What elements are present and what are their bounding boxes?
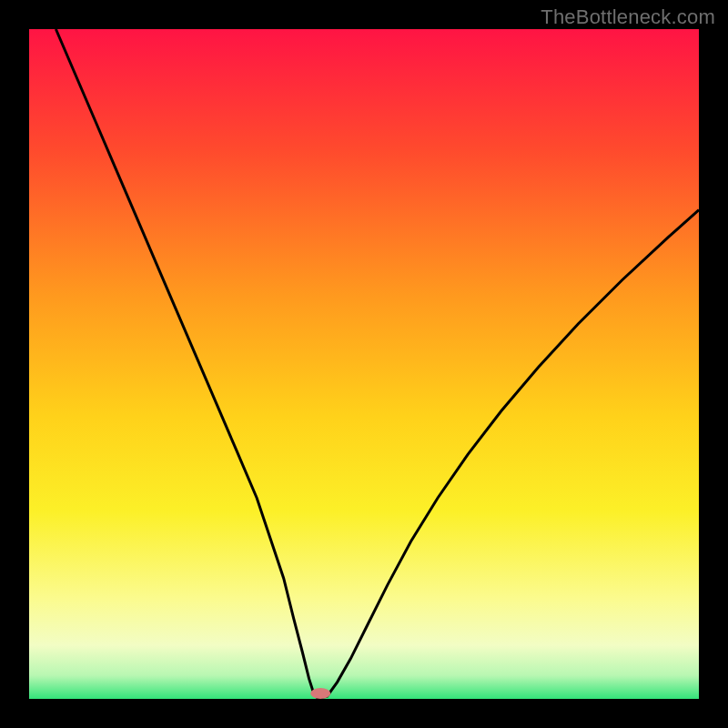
bottleneck-chart [0,0,728,728]
min-marker [310,688,330,699]
chart-container: TheBottleneck.com [0,0,728,728]
plot-background [29,29,699,699]
